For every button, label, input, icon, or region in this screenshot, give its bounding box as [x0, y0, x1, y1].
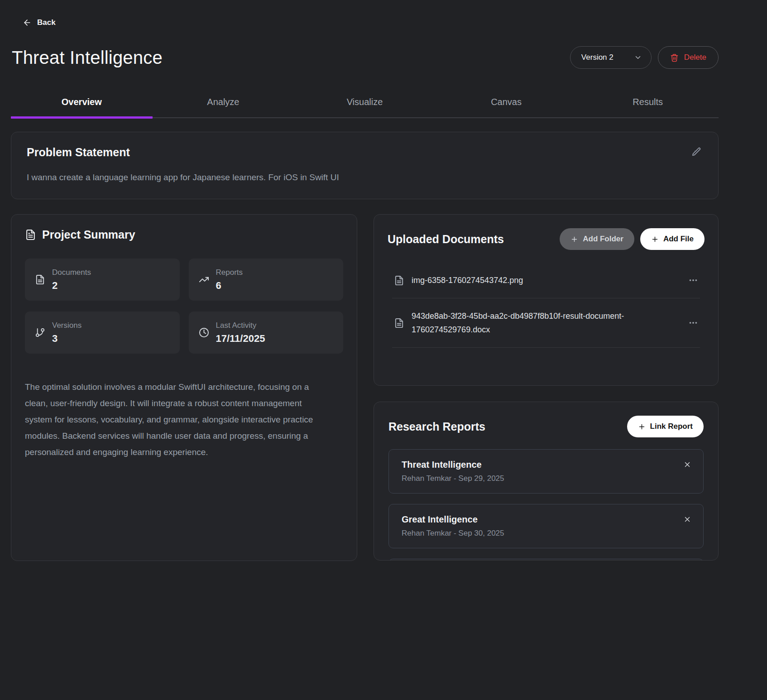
research-reports-title: Research Reports: [388, 420, 485, 433]
stat-versions: Versions 3: [25, 312, 180, 354]
file-text-icon: [394, 318, 404, 328]
uploaded-documents-card: Uploaded Documents Add Folder Add File: [374, 214, 719, 386]
report-title: Great Intelligence: [402, 514, 690, 525]
edit-problem-button[interactable]: [691, 147, 702, 159]
uploaded-documents-title: Uploaded Documents: [388, 233, 504, 246]
stat-versions-value: 3: [52, 333, 81, 345]
research-reports-card: Research Reports Link Report Threat Inte…: [374, 402, 719, 561]
plus-icon: [638, 423, 646, 431]
project-summary-title: Project Summary: [42, 228, 135, 241]
pencil-icon: [691, 147, 702, 157]
file-menu-button[interactable]: [688, 318, 698, 328]
report-meta: Rehan Temkar - Sep 29, 2025: [402, 474, 690, 483]
plus-icon: [651, 235, 659, 243]
delete-label: Delete: [684, 53, 706, 62]
stat-reports-value: 6: [216, 280, 243, 292]
report-item[interactable]: Threat Intelligence Rehan Temkar - Sep 2…: [388, 449, 704, 494]
tab-results[interactable]: Results: [577, 90, 719, 118]
file-row[interactable]: img-6358-1760274543742.png: [392, 263, 700, 298]
project-page: Back Threat Intelligence Version 2 Delet…: [0, 0, 730, 561]
page-header: Threat Intelligence Version 2 Delete: [11, 46, 719, 69]
file-icon: [35, 274, 45, 285]
back-label: Back: [37, 18, 56, 27]
project-summary-header: Project Summary: [25, 228, 343, 241]
stat-last-activity-label: Last Activity: [216, 321, 265, 330]
add-folder-button[interactable]: Add Folder: [560, 228, 634, 250]
trending-up-icon: [199, 274, 209, 285]
stat-documents-value: 2: [52, 280, 91, 292]
ellipsis-icon: [688, 318, 698, 328]
clock-icon: [199, 327, 209, 338]
report-item-clipped: [388, 559, 704, 561]
file-row[interactable]: 943de8ab-3f28-45bd-aa2c-db4987f8b10f-res…: [392, 298, 700, 348]
uploaded-files-list: img-6358-1760274543742.png 943de8ab-3f28…: [388, 263, 705, 348]
stat-reports: Reports 6: [189, 259, 344, 301]
remove-report-button[interactable]: [683, 515, 691, 525]
stat-documents-label: Documents: [52, 268, 91, 277]
stat-last-activity: Last Activity 17/11/2025: [189, 312, 344, 354]
stat-versions-label: Versions: [52, 321, 81, 330]
file-text-icon: [394, 275, 404, 286]
close-icon: [683, 460, 691, 469]
plus-icon: [570, 235, 578, 243]
stat-documents: Documents 2: [25, 259, 180, 301]
problem-statement-text: I wanna create a language learning app f…: [27, 173, 703, 182]
header-actions: Version 2 Delete: [570, 46, 719, 69]
link-report-label: Link Report: [650, 422, 693, 431]
remove-report-button[interactable]: [683, 460, 691, 470]
tab-analyze[interactable]: Analyze: [153, 90, 294, 118]
trash-icon: [670, 53, 679, 62]
version-dropdown[interactable]: Version 2: [570, 46, 652, 69]
tab-visualize[interactable]: Visualize: [294, 90, 436, 118]
summary-stats-grid: Documents 2 Reports 6: [25, 259, 343, 354]
file-name: 943de8ab-3f28-45bd-aa2c-db4987f8b10f-res…: [412, 309, 681, 336]
close-icon: [683, 515, 691, 523]
report-meta: Rehan Temkar - Sep 30, 2025: [402, 529, 690, 538]
stat-reports-label: Reports: [216, 268, 243, 277]
tab-bar: Overview Analyze Visualize Canvas Result…: [11, 90, 719, 118]
ellipsis-icon: [688, 275, 698, 285]
report-title: Threat Intelligence: [402, 460, 690, 470]
delete-button[interactable]: Delete: [658, 46, 719, 69]
tab-overview[interactable]: Overview: [11, 90, 153, 118]
file-name: img-6358-1760274543742.png: [412, 273, 681, 287]
problem-statement-title: Problem Statement: [27, 146, 703, 159]
project-summary-description: The optimal solution involves a modular …: [25, 379, 343, 460]
project-summary-card: Project Summary Documents 2 Reports: [11, 214, 357, 561]
file-menu-button[interactable]: [688, 275, 698, 285]
link-report-button[interactable]: Link Report: [627, 416, 704, 437]
add-folder-label: Add Folder: [583, 235, 623, 244]
stat-last-activity-value: 17/11/2025: [216, 333, 265, 345]
problem-statement-card: Problem Statement I wanna create a langu…: [11, 132, 719, 199]
report-item[interactable]: Great Intelligence Rehan Temkar - Sep 30…: [388, 504, 704, 548]
tab-canvas[interactable]: Canvas: [436, 90, 577, 118]
git-branch-icon: [35, 327, 45, 338]
file-text-icon: [25, 229, 36, 240]
report-list: Threat Intelligence Rehan Temkar - Sep 2…: [388, 449, 704, 561]
add-file-button[interactable]: Add File: [640, 228, 705, 250]
page-title: Threat Intelligence: [12, 48, 163, 68]
back-button[interactable]: Back: [23, 18, 56, 27]
version-dropdown-value: Version 2: [581, 53, 614, 62]
add-file-label: Add File: [663, 235, 694, 244]
arrow-left-icon: [23, 18, 32, 27]
chevron-down-icon: [634, 53, 642, 62]
